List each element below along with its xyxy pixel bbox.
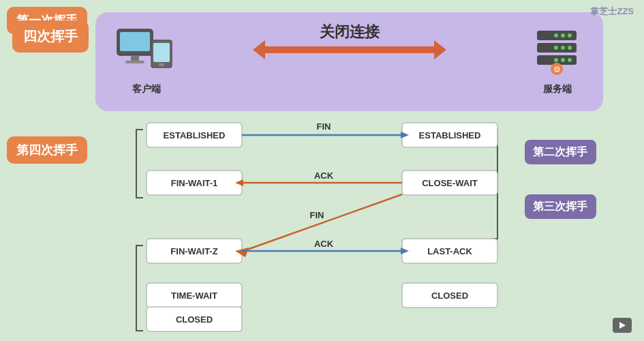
client-icon: 客户端 — [116, 28, 177, 95]
svg-text:⚙: ⚙ — [553, 65, 561, 74]
svg-rect-3 — [125, 61, 144, 63]
svg-text:ESTABLISHED: ESTABLISHED — [164, 130, 226, 140]
svg-rect-6 — [159, 63, 164, 66]
svg-text:TIME-WAIT: TIME-WAIT — [171, 291, 217, 301]
svg-text:FIN: FIN — [317, 121, 331, 132]
svg-point-17 — [561, 58, 565, 62]
svg-point-8 — [568, 33, 572, 38]
svg-text:ACK: ACK — [314, 239, 334, 249]
svg-text:ESTABLISHED: ESTABLISHED — [419, 130, 481, 140]
svg-point-14 — [554, 46, 558, 50]
svg-text:FIN: FIN — [310, 210, 324, 220]
svg-text:FIN-WAIT-1: FIN-WAIT-1 — [171, 178, 218, 188]
svg-rect-5 — [153, 43, 170, 62]
top-section-label: 四次挥手 — [12, 20, 89, 53]
top-section: 客户端 关闭连接 ⚙ 服务端 — [95, 12, 603, 111]
svg-text:ACK: ACK — [314, 170, 334, 181]
watermark: 掌芝士ZZS — [590, 5, 634, 18]
svg-point-9 — [561, 33, 565, 38]
svg-text:CLOSED: CLOSED — [176, 314, 213, 325]
svg-text:LAST-ACK: LAST-ACK — [427, 246, 472, 256]
diagram-svg: ESTABLISHED FIN-WAIT-1 FIN-WAIT-Z TIME-W… — [0, 119, 644, 341]
client-label: 客户端 — [132, 83, 161, 95]
svg-marker-55 — [619, 322, 626, 329]
svg-point-16 — [568, 58, 572, 62]
svg-text:第三次挥手: 第三次挥手 — [533, 200, 588, 212]
server-label: 服务端 — [543, 83, 572, 95]
svg-text:FIN-WAIT-Z: FIN-WAIT-Z — [170, 246, 217, 256]
svg-rect-1 — [120, 32, 150, 51]
svg-point-10 — [554, 33, 558, 38]
svg-text:第二次挥手: 第二次挥手 — [533, 145, 588, 158]
svg-point-18 — [554, 58, 558, 62]
close-connection-title: 关闭连接 — [320, 22, 380, 42]
server-icon: ⚙ 服务端 — [532, 28, 583, 95]
svg-rect-2 — [131, 55, 139, 61]
svg-text:CLOSE-WAIT: CLOSE-WAIT — [422, 178, 478, 188]
svg-point-12 — [568, 46, 572, 50]
play-button[interactable] — [613, 318, 632, 333]
svg-point-13 — [561, 46, 565, 50]
svg-text:CLOSED: CLOSED — [431, 291, 468, 301]
